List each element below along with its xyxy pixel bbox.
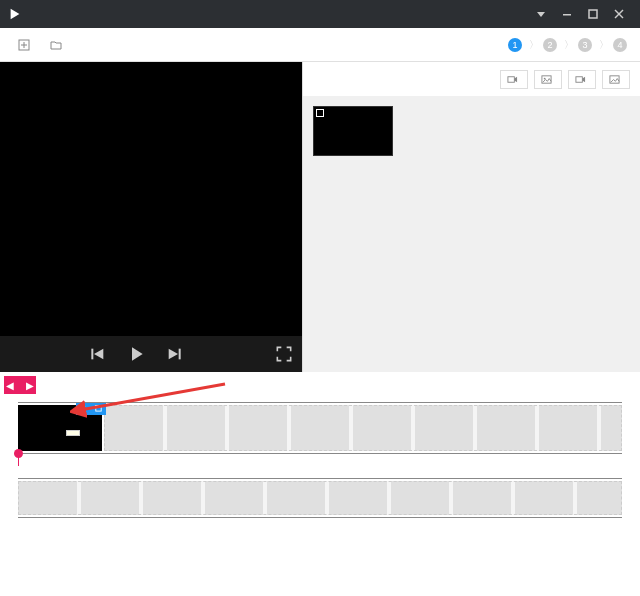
plus-icon	[18, 39, 30, 51]
audio-track[interactable]	[18, 478, 622, 518]
next-button[interactable]	[166, 346, 182, 362]
titlebar	[0, 0, 640, 28]
step-back-button[interactable]: ◀	[4, 380, 16, 391]
folder-icon	[50, 39, 62, 51]
svg-marker-0	[11, 9, 20, 20]
wizard-steps: 1 〉 2 〉 3 〉 4	[508, 38, 630, 52]
dropdown-icon[interactable]	[528, 0, 554, 28]
net-video-button[interactable]	[568, 70, 596, 89]
time-indicator: ◀ ▶	[4, 376, 36, 394]
assets-header	[303, 62, 640, 96]
prev-button[interactable]	[90, 346, 106, 362]
checkbox-icon[interactable]	[316, 109, 324, 117]
chevron-right-icon: 〉	[599, 38, 609, 52]
play-button[interactable]	[128, 346, 144, 362]
edit-clip-button[interactable]	[76, 402, 91, 415]
svg-rect-14	[508, 76, 514, 82]
svg-marker-12	[169, 349, 178, 360]
video-icon	[507, 74, 518, 85]
empty-track-area[interactable]	[104, 405, 622, 451]
net-image-button[interactable]	[602, 70, 630, 89]
player-controls	[0, 336, 302, 372]
svg-marker-1	[537, 12, 545, 17]
video-track[interactable]	[18, 402, 622, 454]
new-project-button[interactable]	[10, 35, 42, 55]
asset-thumbnail[interactable]	[313, 106, 393, 156]
svg-marker-10	[94, 349, 103, 360]
maximize-button[interactable]	[580, 0, 606, 28]
image-icon	[541, 74, 552, 85]
timeline-clip[interactable]	[18, 405, 102, 451]
video-canvas[interactable]	[0, 62, 302, 336]
net-image-icon	[609, 74, 620, 85]
chevron-right-icon: 〉	[529, 38, 539, 52]
empty-track-area[interactable]	[18, 481, 622, 515]
timeline	[0, 394, 640, 518]
assets-body	[303, 96, 640, 372]
chevron-right-icon: 〉	[564, 38, 574, 52]
net-video-icon	[575, 74, 586, 85]
step-2[interactable]: 2	[543, 38, 560, 52]
svg-rect-9	[91, 349, 93, 360]
svg-rect-3	[589, 10, 597, 18]
timeline-area: ◀ ▶	[0, 372, 640, 518]
app-logo	[8, 7, 36, 21]
fullscreen-button[interactable]	[276, 346, 292, 362]
svg-marker-11	[132, 347, 143, 360]
time-ruler	[18, 454, 622, 456]
step-1[interactable]: 1	[508, 38, 525, 52]
assets-panel	[302, 62, 640, 372]
my-projects-button[interactable]	[42, 35, 74, 55]
video-player	[0, 62, 302, 372]
step-4[interactable]: 4	[613, 38, 630, 52]
svg-rect-13	[179, 349, 181, 360]
minimize-button[interactable]	[554, 0, 580, 28]
step-forward-button[interactable]: ▶	[24, 380, 36, 391]
close-button[interactable]	[606, 0, 632, 28]
main-area	[0, 62, 640, 372]
local-video-button[interactable]	[500, 70, 528, 89]
local-image-button[interactable]	[534, 70, 562, 89]
svg-rect-21	[96, 406, 101, 411]
svg-rect-18	[576, 76, 582, 82]
tooltip	[66, 430, 80, 436]
step-3[interactable]: 3	[578, 38, 595, 52]
delete-clip-button[interactable]	[91, 402, 106, 415]
toolbar: 1 〉 2 〉 3 〉 4	[0, 28, 640, 62]
svg-rect-2	[563, 14, 571, 16]
